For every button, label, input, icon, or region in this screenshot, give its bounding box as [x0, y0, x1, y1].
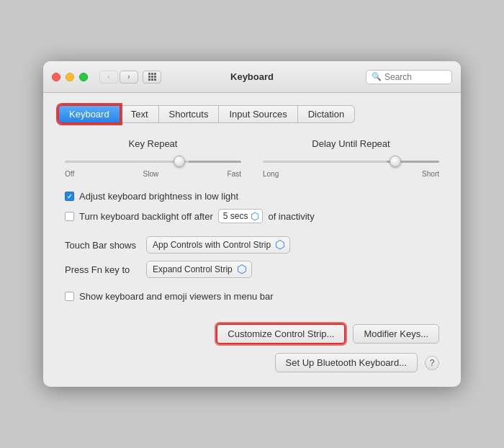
fn-key-arrow-icon: ⬡ [237, 264, 247, 275]
grid-icon [148, 73, 156, 81]
key-repeat-thumb[interactable] [174, 156, 185, 167]
checkboxes-section: Adjust keyboard brightness in low light … [58, 191, 446, 223]
help-button[interactable]: ? [425, 356, 439, 370]
backlight-label: Turn keyboard backlight off after [79, 211, 213, 222]
dropdowns-section: Touch Bar shows App Controls with Contro… [58, 236, 446, 278]
close-button[interactable] [52, 73, 60, 81]
emoji-checkbox[interactable] [65, 292, 74, 301]
key-repeat-track[interactable] [65, 155, 241, 168]
touch-bar-label: Touch Bar shows [65, 240, 140, 251]
emoji-label: Show keyboard and emoji viewers in menu … [79, 291, 274, 302]
tab-input-sources[interactable]: Input Sources [219, 105, 297, 123]
dropdown-arrow-icon: ⬡ [251, 211, 259, 221]
delay-repeat-thumb[interactable] [390, 156, 401, 167]
tab-keyboard[interactable]: Keyboard [58, 104, 121, 124]
backlight-checkbox[interactable] [65, 212, 74, 221]
key-repeat-label: Key Repeat [65, 138, 241, 149]
key-repeat-off: Off [65, 170, 74, 178]
brightness-checkbox[interactable] [65, 192, 74, 201]
brightness-row: Adjust keyboard brightness in low light [65, 191, 439, 202]
tab-bar: Keyboard Text Shortcuts Input Sources Di… [58, 104, 446, 124]
traffic-lights [52, 73, 88, 81]
brightness-label: Adjust keyboard brightness in low light [79, 191, 238, 202]
touch-bar-row: Touch Bar shows App Controls with Contro… [65, 236, 439, 254]
grid-button[interactable] [143, 71, 161, 84]
delay-long: Long [263, 170, 279, 178]
delay-repeat-label: Delay Until Repeat [263, 138, 439, 149]
titlebar: ‹ › Keyboard 🔍 [43, 61, 461, 93]
sliders-section: Key Repeat Off Slow Fast Delay Until Rep… [58, 138, 446, 178]
bluetooth-keyboard-button[interactable]: Set Up Bluetooth Keyboard... [275, 353, 418, 372]
backlight-dropdown[interactable]: 5 secs ⬡ [218, 209, 264, 223]
nav-arrows: ‹ › [99, 71, 138, 84]
delay-repeat-marks: Long Short [263, 170, 439, 178]
delay-repeat-line [263, 161, 439, 163]
search-input[interactable] [384, 72, 446, 82]
content-area: Keyboard Text Shortcuts Input Sources Di… [43, 93, 461, 387]
search-icon: 🔍 [372, 72, 382, 81]
delay-repeat-group: Delay Until Repeat Long Short [263, 138, 439, 178]
fn-key-label: Press Fn key to [65, 264, 140, 275]
forward-button[interactable]: › [120, 71, 138, 84]
backlight-dropdown-value: 5 secs [223, 211, 248, 221]
key-repeat-fast: Fast [228, 170, 241, 178]
back-button[interactable]: ‹ [99, 71, 118, 84]
modifier-keys-button[interactable]: Modifier Keys... [353, 324, 439, 344]
key-repeat-line [65, 161, 241, 163]
touch-bar-dropdown[interactable]: App Controls with Control Strip ⬡ [146, 236, 290, 254]
window-title: Keyboard [230, 71, 274, 82]
bottom-buttons-row2: Set Up Bluetooth Keyboard... ? [58, 353, 446, 372]
delay-short: Short [422, 170, 439, 178]
key-repeat-slow: Slow [143, 170, 159, 178]
keyboard-window: ‹ › Keyboard 🔍 Keyboard Text Shortcuts I… [43, 61, 461, 387]
tab-shortcuts[interactable]: Shortcuts [159, 105, 220, 123]
fn-key-dropdown[interactable]: Expand Control Strip ⬡ [146, 261, 252, 278]
touch-bar-value: App Controls with Control Strip [153, 240, 271, 250]
backlight-row: Turn keyboard backlight off after 5 secs… [65, 209, 439, 223]
backlight-suffix: of inactivity [268, 211, 314, 222]
delay-repeat-track[interactable] [263, 155, 439, 168]
emoji-row: Show keyboard and emoji viewers in menu … [58, 291, 446, 302]
key-repeat-marks: Off Slow Fast [65, 170, 241, 178]
maximize-button[interactable] [79, 73, 88, 81]
fn-key-value: Expand Control Strip [153, 264, 233, 274]
touch-bar-arrow-icon: ⬡ [275, 239, 285, 251]
customize-control-strip-button[interactable]: Customize Control Strip... [216, 323, 346, 344]
tab-text[interactable]: Text [121, 105, 159, 123]
bottom-buttons-row1: Customize Control Strip... Modifier Keys… [58, 323, 446, 344]
minimize-button[interactable] [66, 73, 74, 81]
fn-key-row: Press Fn key to Expand Control Strip ⬡ [65, 261, 439, 278]
tab-dictation[interactable]: Dictation [298, 105, 356, 123]
search-bar[interactable]: 🔍 [366, 70, 452, 84]
key-repeat-group: Key Repeat Off Slow Fast [65, 138, 241, 178]
bottom-right-buttons: Customize Control Strip... Modifier Keys… [216, 323, 439, 344]
